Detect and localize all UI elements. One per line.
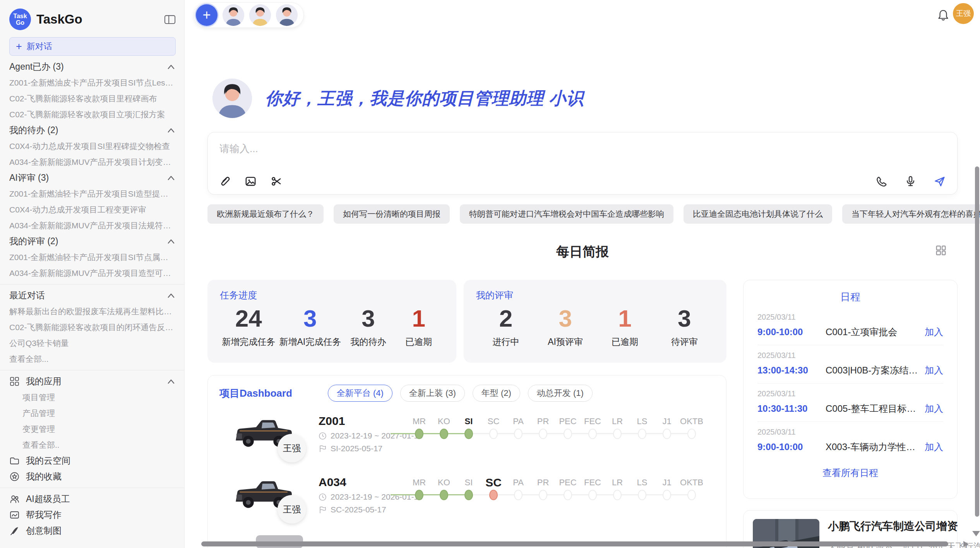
- sidebar-item-pen[interactable]: 创意制图: [9, 523, 176, 539]
- dashboard-filter-tab[interactable]: 动总开发 (1): [528, 385, 593, 402]
- sidebar-collapse-icon[interactable]: [164, 14, 176, 25]
- suggestion-chip[interactable]: 比亚迪全固态电池计划具体说了什么: [684, 204, 832, 224]
- sidebar-conversation-item[interactable]: Z001-全新燃油轻卡产品开发项目SI节点属性5D文件评审: [9, 249, 176, 265]
- suggestion-chip[interactable]: 如何写一份清晰的项目周报: [334, 204, 450, 224]
- milestone-label: MR: [407, 476, 432, 489]
- person-illustration: [223, 4, 244, 26]
- dashboard-filter-tab[interactable]: 年型 (2): [473, 385, 520, 402]
- sidebar-group-title: 最近对话: [9, 289, 45, 301]
- sidebar-app-item[interactable]: 产品管理: [9, 405, 176, 421]
- sidebar-group-header[interactable]: 我的评审 (2): [9, 233, 176, 249]
- milestone-dot: [514, 490, 523, 500]
- agent-avatar-3[interactable]: [276, 4, 298, 26]
- phone-icon[interactable]: [875, 175, 887, 187]
- user-avatar[interactable]: 王强: [953, 3, 974, 24]
- sidebar-item-star[interactable]: 我的收藏: [9, 469, 176, 485]
- schedule-title: X003-车辆动力学性能验...: [826, 441, 925, 453]
- milestone-dot: [687, 490, 696, 500]
- sidebar-group-header[interactable]: 最近对话: [9, 288, 176, 303]
- sidebar-item-folder[interactable]: 我的云空间: [9, 453, 176, 469]
- sidebar-item-write[interactable]: 帮我写作: [9, 507, 176, 523]
- project-row[interactable]: 王强 A034 2023-12-19 ~ 2026-01-19 SC-2025-…: [219, 474, 714, 518]
- sidebar: Task Go TaskGo + 新对话 Agent已办 (3) Z001-全新…: [0, 0, 185, 548]
- sidebar-app-item[interactable]: 项目管理: [9, 389, 176, 405]
- sidebar-conversation-item[interactable]: 解释最新出台的欧盟报废车法规再生塑料比例被调至15%...: [9, 303, 176, 319]
- milestone-label: PEC: [555, 476, 580, 489]
- chevron-up-icon: [166, 126, 176, 135]
- milestone-label: LR: [605, 415, 630, 428]
- join-link[interactable]: 加入: [925, 441, 943, 453]
- sidebar-group-title: AI评审 (3): [9, 172, 49, 184]
- horizontal-scrollbar-thumb[interactable]: [201, 541, 948, 546]
- image-icon[interactable]: [245, 175, 257, 187]
- milestone-dot: [415, 490, 423, 500]
- sidebar-item-my-apps[interactable]: 我的应用: [9, 373, 176, 389]
- assistant-avatar: [212, 79, 252, 118]
- paperclip-icon[interactable]: [219, 175, 231, 187]
- milestone-dot: [464, 490, 473, 500]
- project-dates: 2023-12-19 ~ 2027-01-19: [319, 431, 407, 440]
- dashboard-filter-tab[interactable]: 全新平台 (4): [328, 385, 392, 402]
- sidebar-group-header[interactable]: AI评审 (3): [9, 170, 176, 186]
- sidebar-conversation-item[interactable]: C0X4-动力总成开发项目SI里程碑提交物检查: [9, 138, 176, 154]
- sidebar-conversation-item[interactable]: C02-飞腾新能源轻客改款项目的闭环通告反馈情况: [9, 319, 176, 335]
- milestone-label: SC: [481, 476, 506, 489]
- sidebar-conversation-item[interactable]: A034-全新新能源MUV产品开发项目造型可行性评审: [9, 265, 176, 281]
- suggestion-chip[interactable]: 当下年轻人对汽车外观有怎样的喜好趋势: [842, 204, 980, 224]
- suggestion-chips: 欧洲新规最近颁布了什么？如何写一份清晰的项目周报特朗普可能对进口汽车增税会对中国…: [207, 204, 961, 224]
- sidebar-conversation-item[interactable]: A034-全新新能源MUV产品开发项目法规符合性评审: [9, 217, 176, 233]
- milestone-track: MR KO SI SC PA PR: [407, 413, 704, 440]
- join-link[interactable]: 加入: [925, 326, 943, 338]
- stat-label: 已逾期: [396, 336, 442, 348]
- chat-input[interactable]: [219, 142, 528, 155]
- sidebar-conversation-item[interactable]: Z001-全新燃油轻卡产品开发项目SI造型提交物评审: [9, 186, 176, 202]
- briefing-card: 我的评审 2 进行中 3 AI预评审 1 已逾期 3 待评审: [464, 280, 726, 363]
- project-flag-date: SC-2025-05-17: [319, 505, 407, 514]
- milestone: PR: [531, 476, 555, 501]
- vertical-scrollbar-thumb[interactable]: [975, 166, 979, 517]
- schedule-date: 2025/03/11: [757, 313, 943, 322]
- join-link[interactable]: 加入: [925, 402, 943, 415]
- sidebar-conversation-item[interactable]: 查看全部...: [9, 351, 176, 367]
- scissors-icon[interactable]: [271, 175, 283, 187]
- stat: 3 待评审: [661, 305, 708, 348]
- milestone-dot: [663, 429, 671, 439]
- sidebar-conversation-item[interactable]: C0X4-动力总成开发项目工程变更评审: [9, 202, 176, 217]
- sidebar-group-header[interactable]: Agent已办 (3): [9, 59, 176, 75]
- agent-avatar-2[interactable]: [249, 4, 271, 26]
- bell-icon[interactable]: [937, 9, 950, 22]
- sidebar-conversation-item[interactable]: C02-飞腾新能源轻客改款项目立项汇报方案: [9, 106, 176, 122]
- sidebar-conversation-item[interactable]: A034-全新新能源MUV产品开发项目计划变更表编写: [9, 154, 176, 170]
- milestone: SC: [481, 415, 506, 440]
- view-all-schedule-link[interactable]: 查看所有日程: [744, 467, 957, 479]
- layout-grid-icon[interactable]: [935, 245, 947, 256]
- milestone: OKTB: [679, 476, 704, 501]
- new-chat-button[interactable]: + 新对话: [9, 37, 176, 56]
- sidebar-conversation-item[interactable]: Z001-全新燃油皮卡产品开发项目SI节点Lesson Learn报告: [9, 75, 176, 91]
- sidebar-app-item[interactable]: 变更管理: [9, 421, 176, 437]
- milestone: PA: [506, 476, 531, 501]
- milestone-label: PR: [531, 415, 555, 428]
- agent-avatar-1[interactable]: [223, 4, 244, 26]
- scroll-right-arrow[interactable]: [963, 541, 969, 547]
- milestone-dot: [613, 490, 622, 500]
- project-row[interactable]: 王强 Z001 2023-12-19 ~ 2027-01-19 SI-2025-…: [219, 413, 714, 457]
- stat-value: 24: [222, 305, 275, 332]
- sidebar-group-header[interactable]: 我的待办 (2): [9, 122, 176, 138]
- suggestion-chip[interactable]: 特朗普可能对进口汽车增税会对中国车企造成哪些影响: [460, 204, 673, 224]
- send-icon[interactable]: [934, 175, 946, 187]
- dashboard-title: 项目Dashboard: [219, 387, 292, 400]
- sidebar-conversation-item[interactable]: C02-飞腾新能源轻客改款项目里程碑画布: [9, 91, 176, 106]
- stat-label: 进行中: [483, 336, 529, 348]
- scroll-down-arrow[interactable]: [972, 531, 980, 536]
- join-link[interactable]: 加入: [925, 364, 943, 377]
- suggestion-chip[interactable]: 欧洲新规最近颁布了什么？: [207, 204, 324, 224]
- sidebar-conversation-item[interactable]: 公司Q3轻卡销量: [9, 335, 176, 351]
- mic-icon[interactable]: [905, 175, 917, 187]
- dashboard-filter-tab[interactable]: 全新上装 (3): [400, 385, 465, 402]
- sidebar-item-people[interactable]: AI超级员工: [9, 491, 176, 507]
- sidebar-app-item[interactable]: 查看全部..: [9, 437, 176, 453]
- milestone-label: OKTB: [679, 415, 704, 428]
- add-agent-button[interactable]: +: [196, 4, 218, 26]
- stat: 24 新增完成任务: [222, 305, 275, 348]
